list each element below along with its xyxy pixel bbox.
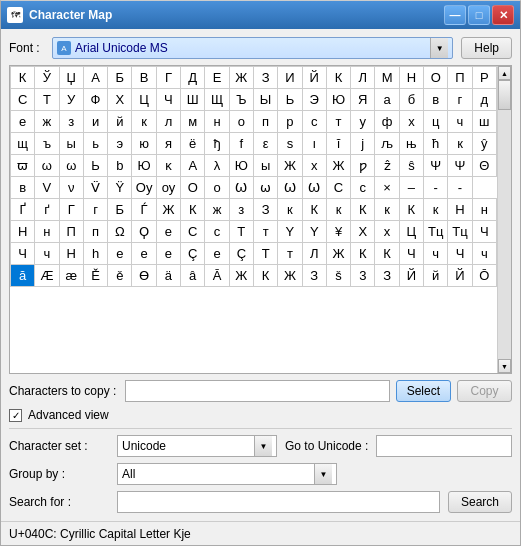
- table-row[interactable]: ¥: [326, 221, 350, 243]
- table-row[interactable]: Ѡ: [229, 177, 253, 199]
- table-row[interactable]: Тц: [424, 221, 448, 243]
- table-row[interactable]: Ж: [326, 155, 350, 177]
- table-row[interactable]: Ж: [278, 155, 302, 177]
- table-row[interactable]: Æ: [35, 265, 59, 287]
- table-row[interactable]: т: [253, 221, 277, 243]
- table-row[interactable]: Э: [302, 89, 326, 111]
- table-row[interactable]: К: [326, 67, 350, 89]
- table-row[interactable]: з: [229, 199, 253, 221]
- table-row[interactable]: ђ: [205, 133, 229, 155]
- table-row[interactable]: Б: [108, 199, 132, 221]
- table-row[interactable]: Ж: [326, 243, 350, 265]
- table-row[interactable]: с: [205, 221, 229, 243]
- table-row[interactable]: Ц: [132, 89, 156, 111]
- table-row[interactable]: Н: [59, 243, 83, 265]
- group-by-dropdown[interactable]: All ▼: [117, 463, 337, 485]
- table-row[interactable]: Ç: [181, 243, 205, 265]
- table-row[interactable]: ω: [35, 155, 59, 177]
- table-row[interactable]: ь: [83, 133, 107, 155]
- table-row[interactable]: м: [181, 111, 205, 133]
- table-row[interactable]: Υ: [278, 221, 302, 243]
- table-row[interactable]: Ψ: [424, 155, 448, 177]
- table-row[interactable]: Ь: [278, 89, 302, 111]
- table-row[interactable]: К: [181, 199, 205, 221]
- table-row[interactable]: б: [399, 89, 423, 111]
- table-row[interactable]: Ω: [108, 221, 132, 243]
- table-row[interactable]: Ѡ: [302, 177, 326, 199]
- table-row[interactable]: 3: [351, 265, 375, 287]
- table-row[interactable]: э: [108, 133, 132, 155]
- table-row[interactable]: Ч: [448, 243, 472, 265]
- table-row[interactable]: Ч: [472, 221, 496, 243]
- table-row[interactable]: ж: [35, 111, 59, 133]
- table-row[interactable]: ы: [253, 155, 277, 177]
- table-row[interactable]: ä: [156, 265, 180, 287]
- table-row[interactable]: Й: [302, 67, 326, 89]
- table-row[interactable]: ш: [472, 111, 496, 133]
- search-for-input[interactable]: [117, 491, 440, 513]
- table-row[interactable]: â: [181, 265, 205, 287]
- table-row[interactable]: е: [132, 243, 156, 265]
- table-row[interactable]: У: [59, 89, 83, 111]
- table-row[interactable]: Ѓ: [132, 199, 156, 221]
- table-row[interactable]: П: [59, 221, 83, 243]
- table-row[interactable]: Ÿ: [108, 177, 132, 199]
- table-row[interactable]: И: [278, 67, 302, 89]
- table-row[interactable]: Л: [351, 67, 375, 89]
- table-row[interactable]: ы: [59, 133, 83, 155]
- table-row[interactable]: Ж: [229, 265, 253, 287]
- table-row[interactable]: ƿ: [351, 155, 375, 177]
- table-row[interactable]: Ж: [278, 265, 302, 287]
- table-row[interactable]: Т: [229, 221, 253, 243]
- table-row[interactable]: оу: [156, 177, 180, 199]
- table-row[interactable]: Ґ: [11, 199, 35, 221]
- table-row[interactable]: h: [83, 243, 107, 265]
- table-row[interactable]: Г: [156, 67, 180, 89]
- table-row[interactable]: е: [108, 243, 132, 265]
- table-row[interactable]: к: [448, 133, 472, 155]
- table-row[interactable]: ϖ: [11, 155, 35, 177]
- table-row[interactable]: ч: [472, 243, 496, 265]
- table-row[interactable]: ×: [375, 177, 399, 199]
- table-row[interactable]: Ю: [229, 155, 253, 177]
- table-row[interactable]: ґ: [35, 199, 59, 221]
- minimize-button[interactable]: —: [444, 5, 466, 25]
- table-row[interactable]: j: [351, 133, 375, 155]
- table-row[interactable]: њ: [399, 133, 423, 155]
- table-row[interactable]: Ɵ: [132, 265, 156, 287]
- search-button[interactable]: Search: [448, 491, 512, 513]
- table-row[interactable]: Р: [472, 67, 496, 89]
- table-row[interactable]: ч: [35, 243, 59, 265]
- table-row[interactable]: Ō: [472, 265, 496, 287]
- table-row[interactable]: В: [132, 67, 156, 89]
- table-row[interactable]: Д: [181, 67, 205, 89]
- table-row[interactable]: ю: [132, 133, 156, 155]
- table-row[interactable]: з: [59, 111, 83, 133]
- table-row[interactable]: ё: [181, 133, 205, 155]
- table-row[interactable]: κ: [156, 155, 180, 177]
- table-row[interactable]: љ: [375, 133, 399, 155]
- table-row[interactable]: с: [302, 111, 326, 133]
- table-row[interactable]: Ж: [156, 199, 180, 221]
- table-row[interactable]: К: [351, 243, 375, 265]
- table-row[interactable]: К: [253, 265, 277, 287]
- table-row[interactable]: Ю: [132, 155, 156, 177]
- table-row[interactable]: К: [302, 199, 326, 221]
- table-row[interactable]: Ф: [83, 89, 107, 111]
- table-row[interactable]: ω: [59, 155, 83, 177]
- table-row[interactable]: н: [35, 221, 59, 243]
- table-row[interactable]: х: [399, 111, 423, 133]
- table-row[interactable]: –: [399, 177, 423, 199]
- table-row[interactable]: Е: [205, 67, 229, 89]
- table-row[interactable]: Ç: [229, 243, 253, 265]
- table-row[interactable]: Л: [302, 243, 326, 265]
- table-row[interactable]: П: [448, 67, 472, 89]
- table-row[interactable]: н: [205, 111, 229, 133]
- table-row[interactable]: щ: [11, 133, 35, 155]
- table-row[interactable]: С: [326, 177, 350, 199]
- table-row[interactable]: ẑ: [375, 155, 399, 177]
- table-row[interactable]: к: [326, 199, 350, 221]
- help-button[interactable]: Help: [461, 37, 512, 59]
- character-set-dropdown[interactable]: Unicode ▼: [117, 435, 277, 457]
- font-selector[interactable]: A Arial Unicode MS ▼: [52, 37, 453, 59]
